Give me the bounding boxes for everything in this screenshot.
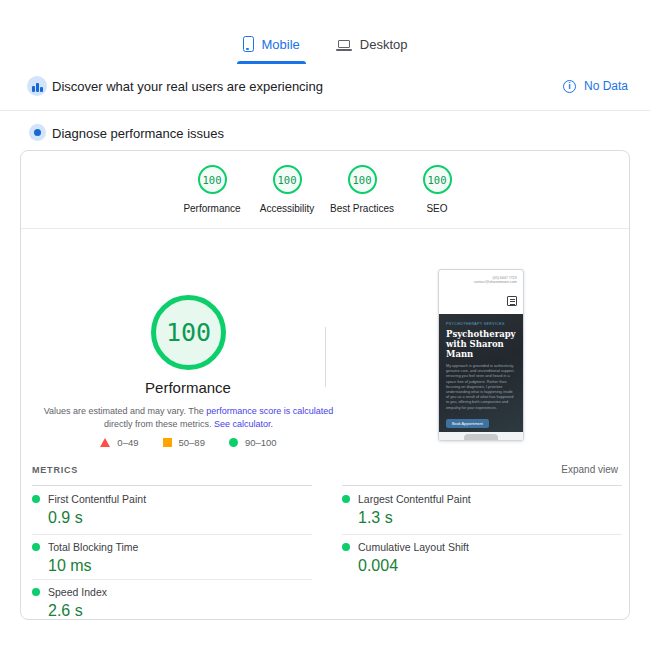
pass-dot-icon	[32, 588, 40, 596]
metric-si: Speed Index 2.6 s	[32, 586, 312, 620]
metric-rule	[32, 579, 312, 580]
desktop-icon	[336, 40, 352, 51]
performance-gauge-title: Performance	[88, 379, 288, 396]
metric-tbt: Total Blocking Time 10 ms	[32, 541, 312, 575]
hamburger-menu-icon	[507, 296, 517, 306]
pass-circle-icon	[229, 438, 238, 447]
screenshot-paragraph: My approach is grounded in authenticity,…	[446, 364, 516, 411]
device-tabs: Mobile Desktop	[0, 28, 650, 64]
lab-section-title: Diagnose performance issues	[52, 126, 224, 141]
metrics-col-rule-right	[342, 485, 622, 486]
metric-fcp: First Contentful Paint 0.9 s	[32, 493, 312, 527]
accessibility-score-gauge: 100	[273, 165, 302, 194]
metric-si-value: 2.6 s	[48, 602, 312, 620]
diagnose-icon	[29, 124, 46, 141]
metrics-heading: METRICS	[32, 465, 78, 475]
metric-rule	[342, 534, 622, 535]
metric-lcp-value: 1.3 s	[358, 509, 622, 527]
pass-dot-icon	[342, 495, 350, 503]
info-icon: i	[563, 80, 576, 93]
screenshot-heading: Psychotherapy with Sharon Mann	[446, 329, 516, 359]
vertical-divider	[325, 327, 326, 387]
score-disclaimer: Values are estimated and may vary. The p…	[36, 405, 341, 431]
legend-fail: 0–49	[100, 437, 138, 448]
legend-pass: 90–100	[229, 437, 277, 448]
screenshot-eyebrow: Psychotherapy services	[446, 322, 516, 326]
active-tab-underline	[237, 61, 306, 64]
screenshot-contact-info: (05) 6447 7723 contact@sharonmann.com	[474, 275, 517, 284]
lighthouse-report-card: 100 Performance 100 Accessibility 100 Be…	[20, 150, 630, 620]
mobile-icon	[243, 36, 254, 52]
metric-lcp: Largest Contentful Paint 1.3 s	[342, 493, 622, 527]
metric-fcp-value: 0.9 s	[48, 509, 312, 527]
legend-average: 50–89	[163, 437, 205, 448]
field-data-section: Discover what your real users are experi…	[0, 74, 650, 100]
performance-main-gauge: 100	[151, 295, 226, 370]
score-legend: 0–49 50–89 90–100	[21, 437, 356, 448]
tab-mobile[interactable]: Mobile	[239, 28, 304, 64]
no-data-link[interactable]: i No Data	[563, 79, 628, 93]
pagespeed-report: Mobile Desktop Discover what your real u…	[0, 0, 650, 650]
screenshot-hero: Psychotherapy services Psychotherapy wit…	[439, 314, 523, 434]
performance-score-gauge: 100	[198, 165, 227, 194]
see-calculator-link[interactable]: See calculator.	[214, 419, 273, 429]
metric-rule	[32, 534, 312, 535]
field-section-title: Discover what your real users are experi…	[52, 79, 323, 94]
real-users-icon	[27, 76, 47, 96]
tab-mobile-label: Mobile	[262, 37, 300, 52]
section-divider	[0, 110, 650, 111]
fail-triangle-icon	[100, 438, 110, 447]
metrics-col-rule-left	[32, 485, 312, 486]
pass-dot-icon	[32, 495, 40, 503]
pass-dot-icon	[342, 543, 350, 551]
score-calculation-link[interactable]: performance score is calculated	[206, 406, 333, 416]
best-practices-score-gauge: 100	[348, 165, 377, 194]
lab-data-section: Diagnose performance issues	[0, 122, 650, 144]
metric-tbt-value: 10 ms	[48, 557, 312, 575]
expand-view-button[interactable]: Expand view	[561, 464, 618, 475]
pass-dot-icon	[32, 543, 40, 551]
metric-cls: Cumulative Layout Shift 0.004	[342, 541, 622, 575]
category-seo[interactable]: 100 SEO	[392, 165, 482, 214]
seo-score-gauge: 100	[423, 165, 452, 194]
book-appointment-button: Book Appointment	[446, 419, 489, 428]
tab-desktop[interactable]: Desktop	[332, 28, 412, 64]
page-screenshot-thumbnail[interactable]: (05) 6447 7723 contact@sharonmann.com Ps…	[438, 269, 524, 441]
no-data-label: No Data	[584, 79, 628, 93]
tab-desktop-label: Desktop	[360, 37, 408, 52]
average-square-icon	[163, 438, 172, 447]
metrics-header: METRICS Expand view	[21, 461, 629, 483]
screenshot-footer	[439, 432, 523, 440]
category-scores-strip: 100 Performance 100 Accessibility 100 Be…	[21, 151, 629, 229]
metric-cls-value: 0.004	[358, 557, 622, 575]
